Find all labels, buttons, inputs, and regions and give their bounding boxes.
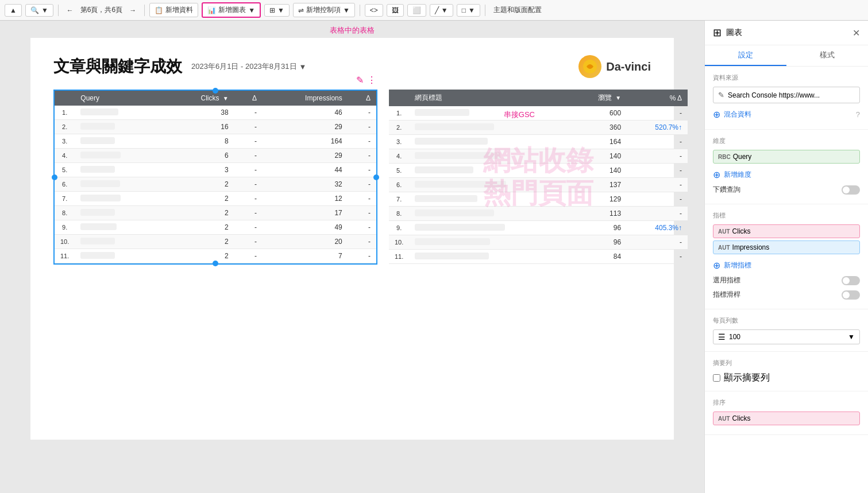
report-header: 文章與關鍵字成效 2023年6月1日 - 2023年8月31日 ▼ Da-vin… bbox=[53, 55, 651, 78]
left-table-row: 7. 2 - 12 - bbox=[55, 192, 376, 206]
show-summary-row[interactable]: 顯示摘要列 bbox=[713, 372, 860, 384]
left-table-row: 4. 6 - 29 - bbox=[55, 149, 376, 163]
arrange-dropdown-icon: ▼ bbox=[277, 6, 284, 14]
dimension-query-tag[interactable]: RBC Query bbox=[713, 150, 860, 164]
panel-header: ⊞ 圖表 ✕ bbox=[705, 21, 868, 45]
add-data-button[interactable]: 📋 新增資料 bbox=[149, 3, 198, 17]
col-clicks[interactable]: Clicks ▼ bbox=[165, 91, 234, 106]
metric-impressions-label: Impressions bbox=[732, 243, 770, 251]
forward-button[interactable]: → bbox=[126, 5, 140, 16]
summary-checkbox[interactable] bbox=[713, 374, 720, 382]
drill-down-label: 下鑽查詢 bbox=[713, 185, 740, 195]
resize-handle-top[interactable] bbox=[213, 88, 218, 94]
cell-delta-imp: - bbox=[348, 163, 376, 177]
frame-icon: ⬜ bbox=[412, 6, 421, 14]
metric-slider-toggle[interactable] bbox=[842, 290, 860, 300]
col-delta-clicks: Δ bbox=[234, 91, 263, 106]
sort-label: 排序 bbox=[713, 398, 860, 407]
metric-impressions-tag[interactable]: AUT Impressions bbox=[713, 240, 860, 254]
resize-handle-bottom[interactable] bbox=[213, 261, 218, 266]
left-table-row: 10. 2 - 20 - bbox=[55, 235, 376, 249]
dimension-query-label: Query bbox=[733, 153, 752, 161]
cell-num: 10. bbox=[55, 235, 75, 249]
cell-title bbox=[409, 250, 572, 264]
add-chart-button[interactable]: 📊 新增圖表 ▼ bbox=[202, 2, 261, 18]
add-chart-icon: 📊 bbox=[207, 6, 216, 14]
edit-pencil-button[interactable]: ✎ bbox=[356, 75, 364, 86]
left-table-wrapper[interactable]: ✎ ⋮ Query Clicks bbox=[53, 90, 377, 265]
col-views[interactable]: 瀏覽 ▼ bbox=[572, 90, 627, 106]
logo-icon bbox=[578, 55, 601, 78]
cell-pct: - bbox=[627, 250, 688, 264]
cell-clicks: 38 bbox=[165, 106, 234, 120]
drill-down-toggle[interactable] bbox=[842, 185, 860, 195]
cell-delta: - bbox=[234, 206, 263, 220]
tables-container: ✎ ⋮ Query Clicks bbox=[53, 90, 651, 265]
cell-delta: - bbox=[234, 163, 263, 177]
zoom-tool[interactable]: 🔍 ▼ bbox=[25, 4, 53, 17]
cell-title bbox=[409, 149, 572, 164]
col-impressions[interactable]: Impressions bbox=[263, 91, 348, 106]
arrange-button[interactable]: ⊞ ▼ bbox=[264, 4, 290, 17]
line-button[interactable]: ╱ ▼ bbox=[430, 4, 453, 17]
cell-delta: - bbox=[234, 177, 263, 192]
cell-views: 140 bbox=[572, 149, 627, 164]
right-table-wrapper[interactable]: 網站收錄 熱門頁面 網頁標題 瀏覽 bbox=[389, 90, 688, 265]
rows-per-page-select[interactable]: ☰ 100 ▼ bbox=[713, 329, 860, 344]
rows-per-page-section: 每頁列數 ☰ 100 ▼ bbox=[705, 309, 868, 352]
theme-button[interactable]: 主題和版面配置 bbox=[490, 3, 545, 17]
back-button[interactable]: ← bbox=[63, 5, 77, 16]
zoom-icon: 🔍 bbox=[30, 6, 39, 14]
cell-clicks: 2 bbox=[165, 192, 234, 206]
cell-delta-imp: - bbox=[348, 177, 376, 192]
cell-num-r: 10. bbox=[389, 235, 409, 250]
sort-tag[interactable]: AUT Clicks bbox=[713, 412, 860, 425]
cell-title bbox=[409, 221, 572, 235]
cell-num-r: 1. bbox=[389, 106, 409, 121]
image-button[interactable]: 🖼 bbox=[387, 4, 404, 17]
dimensions-section: 維度 RBC Query ⊕ 新增維度 下鑽查詢 bbox=[705, 130, 868, 204]
cursor-tool[interactable]: ▲ bbox=[5, 4, 22, 17]
add-dimension[interactable]: ⊕ 新增維度 bbox=[713, 167, 860, 183]
tab-settings[interactable]: 設定 bbox=[705, 45, 786, 66]
right-table-row: 6. 137 - bbox=[389, 178, 688, 192]
col-impressions-label: Impressions bbox=[305, 94, 342, 102]
panel-tabs: 設定 樣式 bbox=[705, 45, 868, 67]
col-title[interactable]: 網頁標題 bbox=[409, 90, 572, 106]
col-query[interactable]: Query bbox=[75, 91, 165, 106]
mixed-data-label: 混合資料 bbox=[724, 110, 751, 119]
divider-2 bbox=[144, 5, 145, 16]
right-table-body: 1. 600 - 2. 360 520.7%↑ 3. 164 - 4. 140 … bbox=[389, 106, 688, 264]
add-control-button[interactable]: ⇌ 新增控制項 ▼ bbox=[293, 3, 355, 17]
data-source-section: 資料來源 ✎ Search Console https://www... ⊕ 混… bbox=[705, 67, 868, 130]
date-range-text: 2023年6月1日 - 2023年8月31日 bbox=[191, 61, 297, 72]
cell-clicks: 2 bbox=[165, 220, 234, 235]
edit-more-button[interactable]: ⋮ bbox=[367, 75, 376, 86]
header-left: 文章與關鍵字成效 2023年6月1日 - 2023年8月31日 ▼ bbox=[53, 56, 306, 77]
frame-button[interactable]: ⬜ bbox=[407, 4, 426, 17]
left-data-table: Query Clicks ▼ Δ Impressio bbox=[55, 91, 376, 263]
add-mixed-data[interactable]: ⊕ 混合資料 ? bbox=[713, 107, 860, 122]
resize-handle-right[interactable] bbox=[373, 174, 379, 180]
cell-query bbox=[75, 249, 165, 263]
image-icon: 🖼 bbox=[392, 6, 399, 14]
col-pct-delta: % Δ bbox=[627, 90, 688, 106]
data-source-item[interactable]: ✎ Search Console https://www... bbox=[713, 87, 860, 103]
cell-views: 96 bbox=[572, 235, 627, 250]
shape-button[interactable]: □ ▼ bbox=[457, 4, 480, 17]
canvas-area[interactable]: 表格中的表格 文章與關鍵字成效 2023年6月1日 - 2023年8月31日 ▼ bbox=[0, 21, 704, 493]
resize-handle-left[interactable] bbox=[52, 174, 57, 180]
tab-style[interactable]: 樣式 bbox=[786, 45, 868, 66]
code-button[interactable]: <> bbox=[365, 4, 383, 17]
add-metric[interactable]: ⊕ 新增指標 bbox=[713, 258, 860, 273]
cell-impressions: 7 bbox=[263, 249, 348, 263]
cell-impressions: 29 bbox=[263, 120, 348, 134]
date-dropdown-icon: ▼ bbox=[299, 63, 307, 71]
metric-clicks-tag[interactable]: AUT Clicks bbox=[713, 224, 860, 238]
panel-collapse-icon[interactable]: ✕ bbox=[852, 28, 860, 38]
right-header-row: 網頁標題 瀏覽 ▼ % Δ bbox=[389, 90, 688, 106]
logo-text: Da-vinci bbox=[606, 60, 651, 73]
logo-svg bbox=[582, 59, 598, 75]
annotation-gsc: 串接GSC bbox=[504, 110, 535, 120]
optional-metrics-toggle[interactable] bbox=[842, 276, 860, 285]
